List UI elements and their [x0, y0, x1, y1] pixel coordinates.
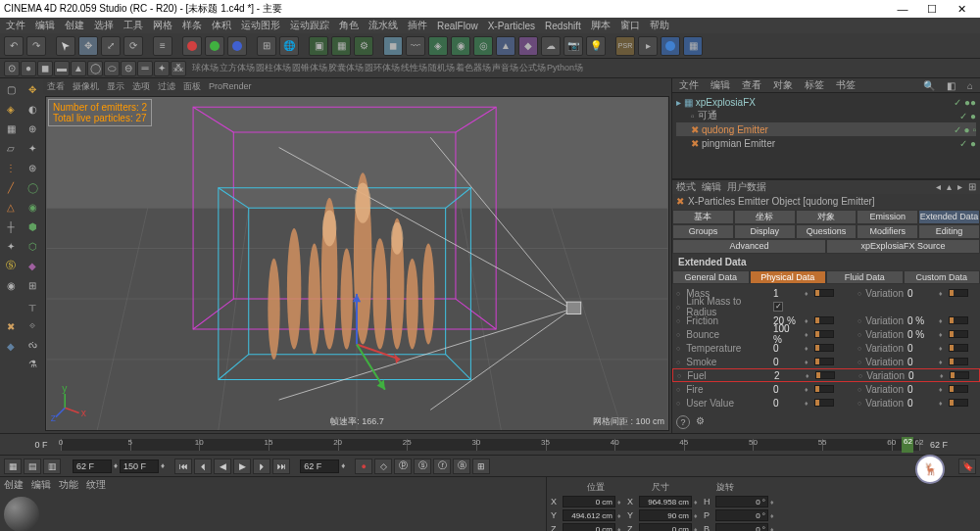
tab-editing[interactable]: Editing — [918, 224, 980, 239]
mat-edit[interactable]: 编辑 — [31, 478, 51, 492]
undo-icon[interactable]: ↶ — [4, 36, 24, 56]
menu-pipeline[interactable]: 流水线 — [365, 19, 402, 32]
stepper-icon[interactable]: ♦ — [939, 331, 945, 338]
volume-icon[interactable]: ▲ — [496, 36, 515, 56]
psr-icon[interactable]: PSR — [615, 36, 635, 56]
timeline-cursor[interactable]: 62 — [902, 437, 913, 453]
om-edit[interactable]: 编辑 — [708, 78, 733, 92]
am-edit[interactable]: 编辑 — [702, 180, 721, 194]
variation-value-field[interactable]: 0 % — [907, 329, 935, 340]
render-view-icon[interactable]: ▣ — [309, 36, 328, 56]
def-7-icon[interactable]: ⬢ — [24, 217, 41, 235]
menu-create[interactable]: 创建 — [61, 19, 88, 32]
select-icon[interactable] — [56, 36, 75, 56]
variation-value-field[interactable]: 0 — [907, 384, 935, 395]
render-region-icon[interactable]: ▦ — [331, 36, 351, 56]
am-prev-icon[interactable]: ◂ — [936, 181, 941, 192]
xp-icon[interactable]: ✖ — [2, 317, 20, 335]
close-button[interactable]: ✕ — [947, 1, 976, 17]
subtab-fluid[interactable]: Fluid Data — [826, 270, 904, 284]
stepper-icon[interactable]: ♦ — [805, 290, 810, 297]
mat-function[interactable]: 功能 — [59, 478, 78, 492]
light-icon[interactable]: 💡 — [586, 36, 606, 56]
redo-icon[interactable]: ↷ — [26, 36, 46, 56]
texture-mode-icon[interactable]: ▦ — [2, 120, 20, 137]
high-icon[interactable] — [661, 36, 680, 56]
subtab-custom[interactable]: Custom Data — [904, 270, 981, 284]
y-axis-icon[interactable] — [205, 36, 224, 56]
step-forward-button[interactable]: ⏵ — [253, 459, 270, 474]
stepper-icon[interactable]: ♦ — [939, 317, 945, 324]
capsule-field-icon[interactable]: ⬭ — [104, 61, 120, 76]
timeline[interactable]: 0 F 0510152025303540455055606262 62 F — [0, 433, 980, 455]
param-slider[interactable] — [814, 385, 834, 393]
tab-extended-data[interactable]: Extended Data — [918, 210, 980, 224]
tab-coord[interactable]: 坐标 — [734, 210, 796, 224]
z-axis-icon[interactable] — [227, 36, 247, 56]
move-gizmo-icon[interactable]: ✥ — [24, 80, 41, 98]
param-value-field[interactable]: 0 — [773, 384, 801, 395]
variation-value-field[interactable]: 0 — [907, 357, 935, 367]
menu-mograph[interactable]: 运动图形 — [237, 19, 284, 32]
vp-display[interactable]: 显示 — [107, 80, 124, 93]
def-11-icon[interactable]: ┬ — [24, 296, 41, 314]
pos-field[interactable]: 0 cm — [563, 523, 615, 531]
stepper-icon[interactable]: ♦ — [805, 359, 810, 365]
om-search-icon[interactable]: 🔍 — [920, 80, 938, 91]
stepper-icon[interactable]: ♦ — [939, 400, 945, 407]
tab-display[interactable]: Display — [734, 224, 796, 239]
marker-button[interactable]: 🔖 — [958, 459, 976, 474]
am-next-icon[interactable]: ▸ — [957, 181, 962, 192]
am-userdata[interactable]: 用户数据 — [727, 180, 766, 194]
object-tree[interactable]: ▸ ▦xpExplosiaFX ✓ ●● ▫可通 ✓ ● ✖qudong Emi… — [672, 93, 980, 178]
rot-field[interactable]: 0 ° — [715, 509, 768, 521]
psr-arrow-icon[interactable]: ▸ — [638, 36, 658, 56]
variation-value-field[interactable]: 0 — [907, 398, 935, 409]
stepper-icon[interactable]: ♦ — [939, 386, 945, 393]
tree-item-explosia[interactable]: ▸ ▦xpExplosiaFX ✓ ●● — [676, 95, 976, 109]
goto-start-button[interactable]: ⏮ — [174, 459, 192, 474]
def-4-icon[interactable]: ⊛ — [24, 159, 41, 176]
maximize-button[interactable]: ☐ — [917, 1, 947, 17]
stepper-icon[interactable]: ♦ — [806, 372, 811, 379]
viewport-solo-icon[interactable]: ◉ — [2, 276, 20, 294]
generator2-icon[interactable]: ◉ — [451, 36, 470, 56]
def-12-icon[interactable]: ⟐ — [24, 315, 41, 333]
key-scale-button[interactable]: ⓢ — [414, 459, 431, 474]
timeline-start[interactable]: 0 F — [29, 440, 53, 450]
key-param-button[interactable]: ⓐ — [453, 459, 470, 474]
menu-select[interactable]: 选择 — [90, 19, 118, 32]
menu-tools[interactable]: 工具 — [120, 19, 147, 32]
param-checkbox[interactable] — [773, 302, 783, 312]
random-field-icon[interactable]: ⁂ — [171, 61, 186, 76]
rot-field[interactable]: 0 ° — [715, 523, 768, 531]
rot-field[interactable]: 0 ° — [715, 496, 768, 507]
polygon-mode-icon[interactable]: △ — [2, 198, 20, 216]
menu-help[interactable]: 帮助 — [646, 19, 673, 32]
def-1-icon[interactable]: ◐ — [24, 100, 41, 118]
param-slider[interactable] — [814, 344, 834, 352]
layout-icon[interactable]: ▦ — [4, 459, 22, 474]
am-mode[interactable]: 模式 — [676, 180, 696, 194]
def-5-icon[interactable]: ◯ — [24, 178, 41, 196]
param-value-field[interactable]: 0 — [773, 398, 801, 409]
workplane-icon[interactable]: ▱ — [2, 139, 20, 157]
def-2-icon[interactable]: ⊕ — [24, 120, 41, 137]
stepper-icon[interactable]: ♦ — [805, 400, 810, 407]
variation-value-field[interactable]: 0 — [908, 370, 936, 381]
key-rot-button[interactable]: ⓡ — [433, 459, 451, 474]
stepper-icon[interactable]: ♦ — [940, 372, 946, 379]
subdivision-icon[interactable]: ◎ — [473, 36, 493, 56]
key-pla-button[interactable]: ⊞ — [472, 459, 490, 474]
variation-slider[interactable] — [949, 399, 968, 407]
tree-item-ketong[interactable]: ▫可通 ✓ ● — [676, 109, 976, 122]
param-slider[interactable] — [814, 399, 834, 407]
variation-slider[interactable] — [949, 330, 968, 338]
edge-mode-icon[interactable]: ╱ — [2, 178, 20, 196]
camera-icon[interactable]: 📷 — [564, 36, 583, 56]
def-14-icon[interactable]: ⚗ — [24, 355, 41, 372]
stepper-icon[interactable]: ♦ — [939, 290, 945, 297]
variation-slider[interactable] — [949, 358, 968, 365]
menu-realflow[interactable]: RealFlow — [433, 21, 482, 31]
subtab-physical[interactable]: Physical Data — [750, 270, 827, 284]
